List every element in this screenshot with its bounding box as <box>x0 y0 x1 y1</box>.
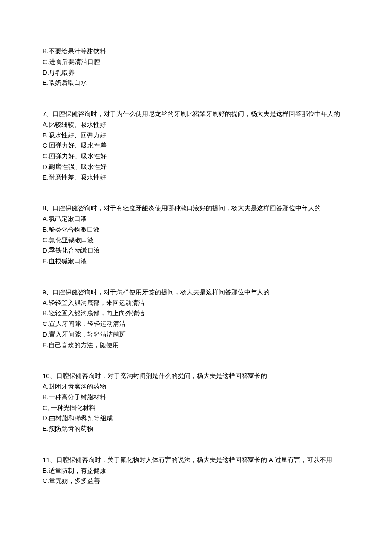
option: D.耐磨性强、吸水性好 <box>43 162 349 172</box>
question-9: 9、口腔保健咨询时，对于怎样使用牙签的提问，杨大夫是这样问答那位中年人的 A.轻… <box>43 287 349 351</box>
question-6-partial: B.不要给果汁等甜饮料 C.进食后要清洁口腔 D.母乳喂养 E.喂奶后喂白水 <box>43 46 349 88</box>
option: A.氯己定漱口液 <box>43 214 349 224</box>
option: A.封闭牙齿窝沟的药物 <box>43 381 349 392</box>
option: E.预防踽齿的药物 <box>43 424 349 434</box>
option: C.进食后要清洁口腔 <box>43 57 349 67</box>
option: C, 一种光固化材料 <box>43 403 349 413</box>
option: B.适量防制，有益健康 <box>43 465 349 476</box>
question-8: 8、口腔保健咨询时，对于有轻度牙龈炎使用哪种漱口液好的提问，杨大夫是这样回答那位… <box>43 203 349 267</box>
option: C.量无妨，多多益善 <box>43 476 349 486</box>
option: E.耐磨性差、吸水性好 <box>43 172 349 183</box>
question-stem: 9、口腔保健咨询时，对于怎样使用牙签的提问，杨大夫是这样问答那位中年人的 <box>43 287 349 298</box>
option: E.自己喜欢的方法，随便用 <box>43 340 349 351</box>
option: A.轻轻置入龈沟底部，来回运动清洁 <box>43 298 349 308</box>
option: D.季铁化合物漱口液 <box>43 245 349 256</box>
option: B.吸水性好、回弹力好 <box>43 130 349 141</box>
option: B.酚类化合物漱口液 <box>43 224 349 235</box>
question-stem: 7、口腔保健咨询时，对于为什么使用尼龙丝的牙刷比猪鬃牙刷好的提问，杨大夫是这样回… <box>43 109 349 119</box>
question-stem: 8、口腔保健咨询时，对于有轻度牙龈炎使用哪种漱口液好的提问，杨大夫是这样回答那位… <box>43 203 349 214</box>
option: E.血根碱漱口液 <box>43 256 349 267</box>
question-10: 10、口腔保健咨询时，对于窝沟封闭剂是什么的提问，杨大夫是这样回答家长的 A.封… <box>43 371 349 434</box>
question-11: 11、口腔保健咨询时，关于氟化物对人体有害的说法，杨大夫是这样回答家长的 A.过… <box>43 455 349 486</box>
option: E.喂奶后喂白水 <box>43 78 349 88</box>
option: B.一种高分子树脂材料 <box>43 392 349 403</box>
option: C.回弹力好、吸水性好 <box>43 151 349 162</box>
option: C 回弹力好、吸水性差 <box>43 140 349 151</box>
option: D.母乳喂养 <box>43 67 349 78</box>
option: C.置人牙间隙，轻轻运动清洁 <box>43 319 349 329</box>
option: D.由树脂和稀释剂等组成 <box>43 413 349 424</box>
option: B.不要给果汁等甜饮料 <box>43 46 349 57</box>
option: B.轻轻置入龈沟底部，向上向外清洁 <box>43 308 349 319</box>
question-stem: 11、口腔保健咨询时，关于氟化物对人体有害的说法，杨大夫是这样回答家长的 A.过… <box>43 455 349 465</box>
option: C.氟化亚锡漱口液 <box>43 235 349 246</box>
option: D.置入牙间隙，轻轻清洁菌斑 <box>43 329 349 340</box>
option: A.比较细软、吸水性好 <box>43 119 349 130</box>
document-page: B.不要给果汁等甜饮料 C.进食后要清洁口腔 D.母乳喂养 E.喂奶后喂白水 7… <box>0 0 392 532</box>
question-7: 7、口腔保健咨询时，对于为什么使用尼龙丝的牙刷比猪鬃牙刷好的提问，杨大夫是这样回… <box>43 109 349 183</box>
question-stem: 10、口腔保健咨询时，对于窝沟封闭剂是什么的提问，杨大夫是这样回答家长的 <box>43 371 349 381</box>
